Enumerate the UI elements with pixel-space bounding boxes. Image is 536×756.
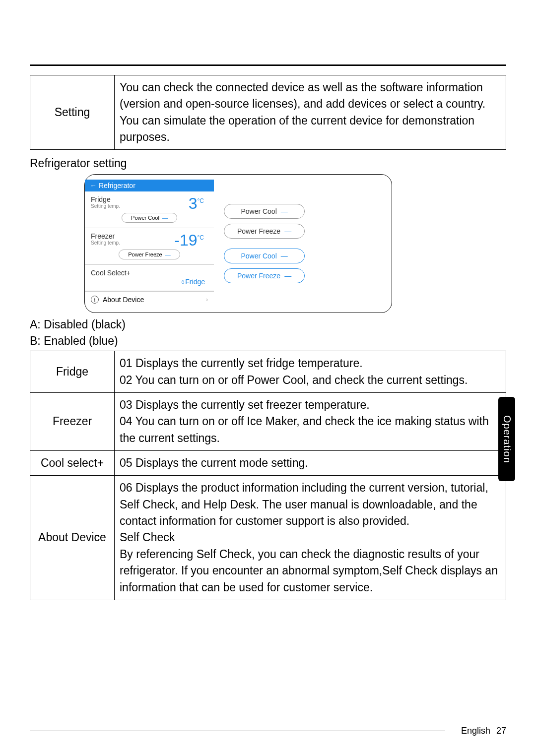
row-name: Freezer [30,393,115,451]
power-freeze-disabled[interactable]: Power Freeze [224,224,305,239]
disabled-group: Power Cool Power Freeze [224,204,305,239]
table-row: About Device 06 Displays the product inf… [30,476,506,600]
about-device-label: About Device [103,296,144,304]
power-freeze-enabled[interactable]: Power Freeze [224,268,305,283]
info-icon: i [91,296,99,304]
footer-language: English [461,726,490,736]
legend-b: B: Enabled (blue) [30,334,506,348]
page-footer: English 27 [30,726,506,736]
power-cool-disabled[interactable]: Power Cool [224,204,305,219]
footer-rule [30,731,445,731]
setting-header: Setting [30,75,115,150]
top-rule [30,64,506,66]
drop-icon: ◊ [181,279,184,286]
footer-page-number: 27 [496,726,506,736]
row-desc: 03 Displays the currently set freezer te… [115,393,506,451]
screen-title-bar: ← Refrigerator [85,180,214,191]
table-row: Setting You can check the connected devi… [30,75,506,150]
table-row: Freezer 03 Displays the currently set fr… [30,393,506,451]
row-name: Fridge [30,351,115,393]
about-device-row[interactable]: i About Device › [85,291,214,308]
setting-body: You can check the connected device as we… [115,75,506,150]
table-row: Fridge 01 Displays the currently set fri… [30,351,506,393]
power-cool-enabled[interactable]: Power Cool [224,249,305,263]
phone-screen: ← Refrigerator Fridge Setting temp. 3°C … [85,180,214,308]
freezer-row: Freezer Setting temp. -19°C Power Freeze [85,228,214,265]
button-examples: Power Cool Power Freeze Power Cool Power… [219,180,310,308]
table-row: Cool select+ 05 Displays the current mod… [30,451,506,476]
setting-table: Setting You can check the connected devi… [30,75,506,150]
coolselect-label: Cool Select+ [91,269,208,277]
row-desc: 06 Displays the product information incl… [115,476,506,600]
description-table: Fridge 01 Displays the currently set fri… [30,351,506,600]
row-desc: 01 Displays the currently set fridge tem… [115,351,506,393]
power-cool-pill[interactable]: Power Cool [122,213,177,223]
coolselect-row[interactable]: Cool Select+ ◊Fridge [85,265,214,291]
power-freeze-pill[interactable]: Power Freeze [119,250,180,259]
side-tab-operation: Operation [498,397,515,481]
coolselect-value: ◊Fridge [91,278,208,286]
row-desc: 05 Displays the current mode setting. [115,451,506,476]
fridge-row: Fridge Setting temp. 3°C Power Cool [85,191,214,228]
row-name: Cool select+ [30,451,115,476]
fridge-temp: 3°C [189,194,204,213]
row-name: About Device [30,476,115,600]
enabled-group: Power Cool Power Freeze [224,249,305,283]
section-heading: Refrigerator setting [30,157,506,170]
freezer-temp: -19°C [174,231,204,250]
refrigerator-diagram: ← Refrigerator Fridge Setting temp. 3°C … [84,174,392,313]
legend-a: A: Disabled (black) [30,318,506,331]
chevron-right-icon: › [206,296,208,303]
